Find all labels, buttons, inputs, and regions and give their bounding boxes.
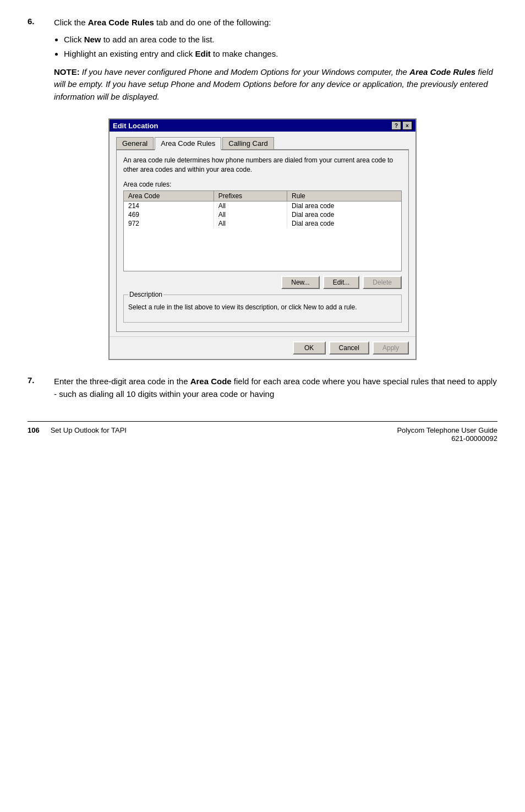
step-6-intro-bold: Area Code Rules <box>88 18 154 27</box>
step-6-bullets: Click New to add an area code to the lis… <box>64 34 497 61</box>
cancel-button[interactable]: Cancel <box>329 341 369 355</box>
new-button[interactable]: New... <box>281 276 319 289</box>
tab-calling-card[interactable]: Calling Card <box>222 137 274 149</box>
step-6-content: Click the Area Code Rules tab and do one… <box>54 17 497 107</box>
step-6-note: NOTE: If you have never configured Phone… <box>54 66 497 103</box>
delete-button[interactable]: Delete <box>363 276 402 289</box>
footer-guide-title: Polycom Telephone User Guide <box>397 426 497 434</box>
step-6-intro-text: Click the <box>54 18 88 27</box>
footer-guide-number: 621-00000092 <box>397 434 497 443</box>
help-button[interactable]: ? <box>391 121 401 130</box>
cell-prefixes: All <box>214 210 287 219</box>
description-group: Description Select a rule in the list ab… <box>123 295 402 323</box>
table-body: 214AllDial area code469AllDial area code… <box>124 201 401 228</box>
tab-area-code-rules[interactable]: Area Code Rules <box>155 137 221 150</box>
step-6: 6. Click the Area Code Rules tab and do … <box>28 17 497 107</box>
col-area-code: Area Code <box>124 191 214 201</box>
area-code-table: Area Code Prefixes Rule 214AllDial area … <box>124 191 401 228</box>
footer-page-number: 106 <box>28 426 40 434</box>
cell-area_code: 469 <box>124 210 214 219</box>
step-6-number: 6. <box>28 17 44 107</box>
edit-button[interactable]: Edit... <box>323 276 360 289</box>
cell-rule: Dial area code <box>287 210 401 219</box>
col-prefixes: Prefixes <box>214 191 287 201</box>
cell-area_code: 972 <box>124 219 214 228</box>
cell-rule: Dial area code <box>287 219 401 228</box>
dialog-wrapper: Edit Location ? × General Area Code Rule… <box>28 118 497 360</box>
table-row[interactable]: 214AllDial area code <box>124 201 401 210</box>
dialog-titlebar: Edit Location ? × <box>110 119 415 132</box>
rules-table-wrapper: Area Code Prefixes Rule 214AllDial area … <box>123 190 402 271</box>
tab-panel-area-code-rules: An area code rule determines how phone n… <box>116 150 409 332</box>
table-row[interactable]: 469AllDial area code <box>124 210 401 219</box>
dialog-body: General Area Code Rules Calling Card An … <box>110 132 415 336</box>
page-footer: 106 Set Up Outlook for TAPI Polycom Tele… <box>28 421 497 443</box>
area-code-info: An area code rule determines how phone n… <box>123 156 402 175</box>
table-scroll-area[interactable]: Area Code Prefixes Rule 214AllDial area … <box>124 191 401 271</box>
table-buttons: New... Edit... Delete <box>123 276 402 289</box>
col-rule: Rule <box>287 191 401 201</box>
tab-general[interactable]: General <box>116 137 154 149</box>
step-6-intro: Click the Area Code Rules tab and do one… <box>54 17 497 29</box>
cell-area_code: 214 <box>124 201 214 210</box>
step-7-content: Enter the three-digit area code in the A… <box>54 375 497 405</box>
close-button[interactable]: × <box>402 121 412 130</box>
description-text: Select a rule in the list above to view … <box>128 303 397 312</box>
step-7: 7. Enter the three-digit area code in th… <box>28 375 497 405</box>
ok-button[interactable]: OK <box>293 341 326 355</box>
note-prefix: NOTE: <box>54 67 80 77</box>
cell-rule: Dial area code <box>287 201 401 210</box>
cell-prefixes: All <box>214 201 287 210</box>
dialog-footer: OK Cancel Apply <box>110 336 415 359</box>
step-7-text: Enter the three-digit area code in the A… <box>54 375 497 400</box>
titlebar-buttons: ? × <box>391 121 412 130</box>
description-legend: Description <box>128 291 163 298</box>
footer-left: 106 Set Up Outlook for TAPI <box>28 426 127 443</box>
footer-section: Set Up Outlook for TAPI <box>51 426 127 434</box>
bullet-2: Highlight an existing entry and click Ed… <box>64 48 497 61</box>
footer-right: Polycom Telephone User Guide 621-0000009… <box>397 426 497 443</box>
bullet-1: Click New to add an area code to the lis… <box>64 34 497 46</box>
rules-label: Area code rules: <box>123 181 402 188</box>
table-header-row: Area Code Prefixes Rule <box>124 191 401 201</box>
apply-button[interactable]: Apply <box>373 341 409 355</box>
edit-location-dialog: Edit Location ? × General Area Code Rule… <box>108 118 417 360</box>
dialog-tabs: General Area Code Rules Calling Card <box>116 137 409 150</box>
dialog-title: Edit Location <box>113 122 158 130</box>
table-row[interactable]: 972AllDial area code <box>124 219 401 228</box>
cell-prefixes: All <box>214 219 287 228</box>
step-7-number: 7. <box>28 375 44 405</box>
step-6-intro-rest: tab and do one of the following: <box>154 18 271 27</box>
